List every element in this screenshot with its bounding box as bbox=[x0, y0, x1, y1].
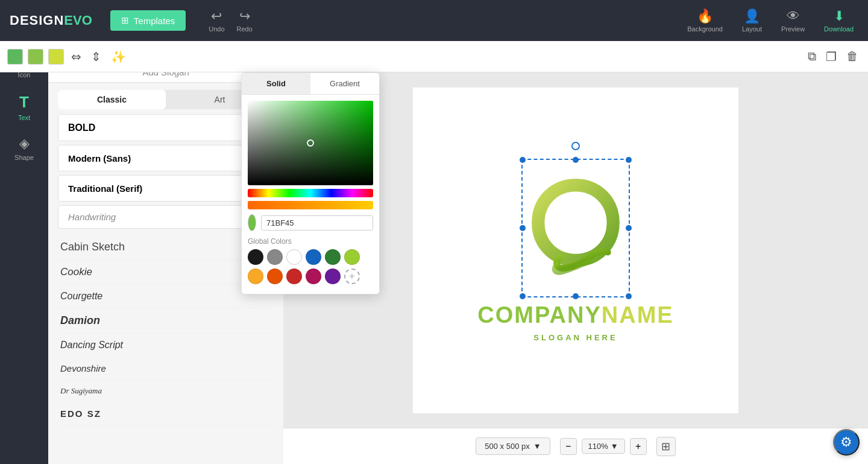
gc-swatch-black[interactable] bbox=[248, 249, 263, 265]
gc-swatch-green[interactable] bbox=[325, 249, 341, 265]
global-colors-grid: + bbox=[248, 249, 373, 284]
gc-swatch-orange[interactable] bbox=[267, 269, 283, 284]
redo-icon: ↪ bbox=[239, 8, 250, 24]
background-label: Background bbox=[687, 25, 723, 33]
grid-icon: ⊞ bbox=[661, 440, 670, 453]
traditional-label: Traditional (Serif) bbox=[68, 183, 142, 194]
logo-icon-svg bbox=[521, 159, 630, 297]
slogan-text[interactable]: SLOGAN HERE bbox=[533, 333, 617, 342]
background-icon: 🔥 bbox=[697, 8, 713, 24]
shape-panel-label: Shape bbox=[14, 154, 34, 161]
color-gradient-box[interactable] bbox=[248, 101, 373, 185]
hue-bar[interactable] bbox=[248, 189, 373, 197]
duplicate-button[interactable]: ❐ bbox=[823, 48, 839, 65]
undo-redo-group: ↩ Undo ↪ Redo bbox=[204, 6, 257, 35]
gc-add-button[interactable]: + bbox=[344, 269, 360, 284]
rotate-handle[interactable] bbox=[571, 142, 580, 150]
picker-tab-gradient[interactable]: Gradient bbox=[310, 73, 379, 94]
global-colors-label: Global Colors bbox=[248, 237, 373, 246]
sub-toolbar-right: ⧉ ❐ 🗑 bbox=[805, 48, 861, 65]
modern-label: Modern (Sans) bbox=[68, 153, 131, 164]
preview-button[interactable]: 👁 Preview bbox=[776, 6, 810, 35]
hex-input[interactable] bbox=[261, 215, 373, 230]
download-label: Download bbox=[824, 25, 854, 33]
alpha-bar[interactable] bbox=[248, 201, 373, 209]
bottom-bar: 500 x 500 px ▼ − 110% ▼ + ⊞ bbox=[283, 428, 868, 464]
templates-button[interactable]: ⊞ Templates bbox=[110, 10, 186, 31]
gc-swatch-red[interactable] bbox=[286, 269, 302, 284]
canvas[interactable]: COMPANY NAME SLOGAN HERE bbox=[413, 87, 738, 413]
logo-icon-wrapper[interactable] bbox=[521, 159, 630, 297]
hex-color-swatch[interactable] bbox=[248, 214, 256, 231]
undo-icon: ↩ bbox=[211, 8, 222, 24]
company-name-part1: COMPANY bbox=[477, 302, 601, 328]
gc-swatch-gray[interactable] bbox=[267, 249, 283, 265]
font-item-damion[interactable]: Damion bbox=[58, 308, 274, 334]
sidebar-item-text[interactable]: T Text bbox=[0, 87, 48, 127]
download-button[interactable]: ⬇ Download bbox=[819, 6, 858, 35]
left-panel: ⬡ Icon T Text ◈ Shape bbox=[0, 41, 48, 464]
logo-canvas: COMPANY NAME SLOGAN HERE bbox=[477, 159, 673, 342]
delete-button[interactable]: 🗑 bbox=[844, 48, 861, 65]
layout-button[interactable]: 👤 Layout bbox=[737, 6, 767, 35]
gc-swatch-blue[interactable] bbox=[306, 249, 321, 265]
zoom-in-button[interactable]: + bbox=[630, 438, 647, 455]
color-picker-popup: Solid Gradient Global Colors + bbox=[241, 72, 380, 294]
logo-design-text: DESIGN bbox=[10, 13, 64, 28]
settings-fab-button[interactable]: ⚙ bbox=[833, 429, 860, 456]
picker-circle[interactable] bbox=[307, 139, 314, 147]
sub-toolbar: ⇔ ⇕ ✨ ⧉ ❐ 🗑 bbox=[0, 41, 868, 72]
zoom-chevron-icon: ▼ bbox=[611, 442, 618, 451]
gc-swatch-purple[interactable] bbox=[325, 269, 341, 284]
color-hex-row bbox=[248, 214, 373, 231]
gc-swatch-yellow[interactable] bbox=[248, 269, 263, 284]
flip-horizontal-button[interactable]: ⇔ bbox=[69, 48, 84, 65]
font-item-edo-sz[interactable]: EDO SZ bbox=[58, 402, 274, 425]
layout-icon: 👤 bbox=[744, 8, 760, 24]
canvas-size-button[interactable]: 500 x 500 px ▼ bbox=[476, 437, 550, 455]
magic-button[interactable]: ✨ bbox=[108, 48, 128, 65]
font-item-dr-sugiyama[interactable]: Dr Sugiyama bbox=[58, 380, 274, 402]
redo-label: Redo bbox=[237, 25, 253, 33]
logo-evo-text: EVO bbox=[64, 13, 92, 28]
templates-label: Templates bbox=[134, 16, 175, 26]
font-item-dancing-script[interactable]: Dancing Script bbox=[58, 334, 274, 357]
font-item-devonshire[interactable]: Devonshire bbox=[58, 357, 274, 380]
text-panel-icon: T bbox=[19, 93, 29, 112]
right-tools-group: 🔥 Background 👤 Layout 👁 Preview ⬇ Downlo… bbox=[682, 6, 858, 35]
canvas-size-label: 500 x 500 px bbox=[485, 442, 529, 451]
grid-toggle-button[interactable]: ⊞ bbox=[656, 437, 676, 456]
gc-swatch-white[interactable] bbox=[286, 249, 302, 265]
zoom-percent: 110% bbox=[588, 442, 608, 451]
flip-vertical-button[interactable]: ⇕ bbox=[89, 48, 104, 65]
company-name-part2: NAME bbox=[602, 302, 674, 328]
zoom-value-display[interactable]: 110% ▼ bbox=[582, 439, 625, 454]
color-swatch-3[interactable] bbox=[48, 49, 64, 65]
gc-swatch-pink[interactable] bbox=[306, 269, 321, 284]
preview-icon: 👁 bbox=[787, 8, 800, 24]
gc-swatch-lime[interactable] bbox=[344, 249, 360, 265]
layers-button[interactable]: ⧉ bbox=[805, 48, 819, 65]
background-button[interactable]: 🔥 Background bbox=[682, 6, 728, 35]
undo-button[interactable]: ↩ Undo bbox=[204, 6, 229, 35]
company-name-text[interactable]: COMPANY NAME bbox=[477, 302, 673, 328]
text-panel-label: Text bbox=[18, 114, 30, 121]
app-logo: DESIGN EVO bbox=[10, 13, 92, 28]
settings-icon: ⚙ bbox=[840, 434, 852, 450]
canvas-size-chevron-icon: ▼ bbox=[533, 442, 541, 451]
redo-button[interactable]: ↪ Redo bbox=[232, 6, 257, 35]
top-toolbar: DESIGN EVO ⊞ Templates ↩ Undo ↪ Redo 🔥 B… bbox=[0, 0, 868, 41]
preview-label: Preview bbox=[781, 25, 805, 33]
zoom-control: − 110% ▼ + bbox=[560, 438, 647, 455]
tab-classic[interactable]: Classic bbox=[58, 90, 166, 109]
download-icon: ⬇ bbox=[834, 8, 844, 24]
bold-label: BOLD bbox=[68, 122, 95, 133]
shape-panel-icon: ◈ bbox=[19, 136, 30, 151]
templates-icon: ⊞ bbox=[121, 15, 129, 26]
color-swatch-1[interactable] bbox=[7, 49, 23, 65]
zoom-out-button[interactable]: − bbox=[560, 438, 577, 455]
picker-tab-solid[interactable]: Solid bbox=[242, 73, 310, 94]
color-swatch-2[interactable] bbox=[28, 49, 43, 65]
sidebar-item-shape[interactable]: ◈ Shape bbox=[0, 130, 48, 167]
layout-label: Layout bbox=[742, 25, 762, 33]
